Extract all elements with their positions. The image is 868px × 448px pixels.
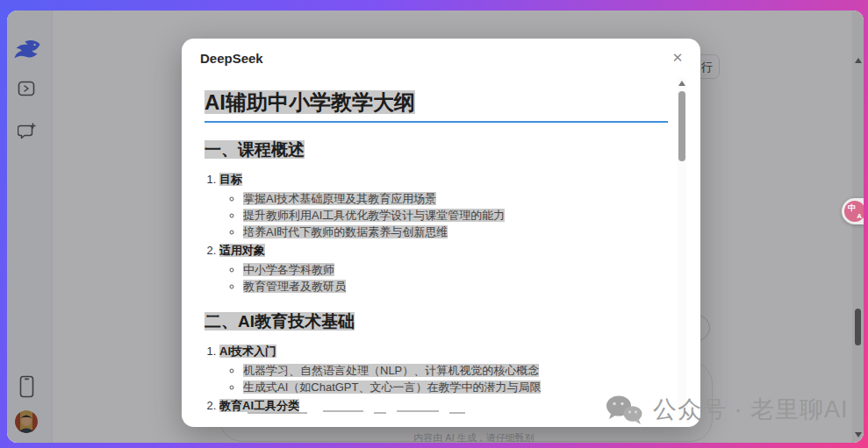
browser-page: 行 ✓ 内容由 AI 生成，请仔细甄别 中 A DeepSeek ✕ AI辅助中… <box>7 11 864 443</box>
outline-subitem: 中小学各学科教师 <box>243 262 668 279</box>
modal-scrollbar[interactable] <box>678 77 686 417</box>
outline-subitem: 掌握AI技术基础原理及其教育应用场景 <box>243 191 668 208</box>
section-2-list: AI技术入门 机器学习、自然语言处理（NLP）、计算机视觉的核心概念 生成式AI… <box>219 344 668 415</box>
modal-scrollbar-thumb[interactable] <box>678 91 685 161</box>
modal-title: DeepSeek <box>200 51 263 66</box>
outline-item: AI技术入门 机器学习、自然语言处理（NLP）、计算机视觉的核心概念 生成式AI… <box>219 344 668 395</box>
outline-item: 适用对象 中小学各学科教师 教育管理者及教研员 <box>219 243 668 295</box>
outline-subitem: 机器学习、自然语言处理（NLP）、计算机视觉的核心概念 <box>243 363 668 380</box>
section-heading-1: 一、课程概述 <box>204 139 668 161</box>
clipped-content-lines <box>247 410 465 414</box>
outline-subitem: 生成式AI（如ChatGPT、文心一言）在教学中的潜力与局限 <box>243 380 668 396</box>
outline-subitem: 提升教师利用AI工具优化教学设计与课堂管理的能力 <box>243 208 668 224</box>
section-1-list: 目标 掌握AI技术基础原理及其教育应用场景 提升教师利用AI工具优化教学设计与课… <box>219 172 668 295</box>
outline-subitem: 教育管理者及教研员 <box>243 279 668 295</box>
screenshot-root: { "window": { "modal": { "header_title":… <box>0 0 868 448</box>
translate-button[interactable]: 中 A <box>842 198 864 224</box>
outline-document: AI辅助中小学教学大纲 一、课程概述 目标 掌握AI技术基础原理及其教育应用场景… <box>204 88 668 415</box>
modal-scroll-up-arrow-icon[interactable] <box>678 81 685 86</box>
document-title: AI辅助中小学教学大纲 <box>204 88 668 123</box>
close-icon[interactable]: ✕ <box>667 47 688 68</box>
outline-item: 目标 掌握AI技术基础原理及其教育应用场景 提升教师利用AI工具优化教学设计与课… <box>219 172 668 240</box>
translate-icon: 中 A <box>844 201 864 222</box>
deepseek-preview-modal: DeepSeek ✕ AI辅助中小学教学大纲 一、课程概述 目标 掌握AI技术基… <box>182 39 700 427</box>
section-heading-2: 二、AI教育技术基础 <box>204 310 668 333</box>
translate-en-glyph: A <box>857 212 862 220</box>
outline-subitem: 培养AI时代下教师的数据素养与创新思维 <box>243 224 668 241</box>
translate-zh-glyph: 中 <box>848 203 856 214</box>
